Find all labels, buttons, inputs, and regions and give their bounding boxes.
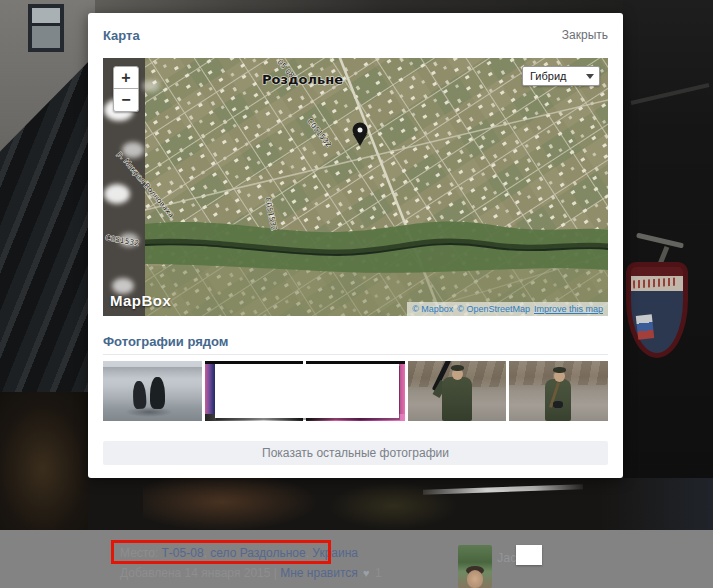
chevron-down-icon [586,74,594,79]
added-date: Добавлена 14 января 2015 [120,566,270,580]
photo-thumbnail-soldier-rifle[interactable] [408,361,507,421]
like-link[interactable]: Мне нравится [280,566,358,580]
separator: | [274,566,277,580]
map-modal: Карта Закрыть [88,13,623,478]
zoom-out-button[interactable]: − [113,89,139,112]
annotation-red-box [111,540,331,564]
decor-shape [125,407,173,417]
mapbox-logo: MapBox [110,292,171,309]
photos-nearby-title: Фотографии рядом [103,334,228,349]
background-bottom-strip [88,478,713,531]
background-window [28,4,64,52]
attribution-mapbox-link[interactable]: © Mapbox [412,304,453,314]
divider [103,354,608,355]
decor-figure [553,367,566,373]
map-town-label: Роздольне [262,72,343,87]
map-layer-value: Гибрид [530,70,566,82]
map-attribution: © Mapbox © OpenStreetMap Improve this ma… [407,302,608,316]
decor-figure [150,377,165,409]
show-more-photos-button[interactable]: Показать остальные фотографии [103,441,608,465]
map-layer-select[interactable]: Гибрид [522,66,600,86]
decor-figure [132,381,146,410]
annotation-name-redaction [516,545,542,565]
emblem-band [633,277,677,288]
satellite-map: Роздольне р. Мокрая Волноваха 05 08 С051… [103,58,608,316]
modal-title: Карта [103,28,140,43]
photo-thumbnail-snow-figures[interactable] [103,361,202,421]
close-button[interactable]: Закрыть [562,28,608,42]
decor-figure [442,377,472,421]
decor-shape [103,367,202,379]
photo-added-line: Добавлена 14 января 2015 | Мне нравится … [120,566,382,580]
emblem-flag [636,314,654,340]
decor-figure [553,401,563,408]
decor-figure [451,365,464,371]
map-canvas[interactable]: Роздольне р. Мокрая Волноваха 05 08 С051… [103,58,608,316]
photo-thumbnail-soldier-standing[interactable] [509,361,608,421]
background-truck-wheel [0,392,95,532]
like-count: 1 [375,566,382,580]
background-wheel [143,478,318,531]
attribution-improve-link[interactable]: Improve this map [534,304,603,314]
redaction-box [215,364,399,418]
attribution-osm-link[interactable]: © OpenStreetMap [457,304,530,314]
heart-icon: ♥ [363,567,370,579]
background-top-strip [95,0,623,14]
zoom-in-button[interactable]: + [113,66,139,89]
modal-header: Карта Закрыть [103,13,608,57]
decor-figure [467,570,483,588]
background-streak [631,83,710,105]
photos-nearby-strip [103,361,608,421]
map-zoom-controls: + − [113,66,139,112]
background-shadow [598,478,713,531]
uploader-avatar[interactable] [458,545,492,588]
